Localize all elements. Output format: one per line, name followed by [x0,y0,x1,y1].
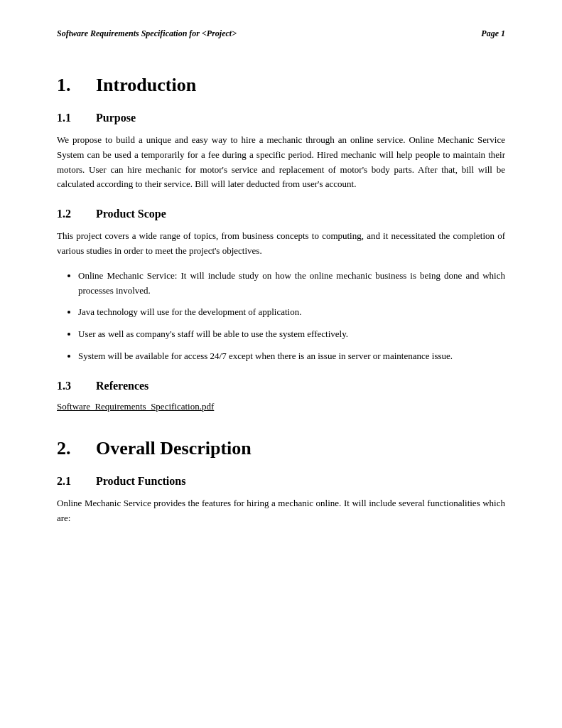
header-page: Page 1 [481,28,505,39]
section-1-1-title: Purpose [96,112,136,124]
section-1-heading: 1. Introduction [57,75,505,96]
purpose-body: We propose to build a unique and easy wa… [57,133,505,192]
section-1-3-heading: 1.3 References [57,380,505,392]
section-2-heading: 2. Overall Description [57,438,505,459]
section-1-2-heading: 1.2 Product Scope [57,208,505,220]
section-1-title: Introduction [96,75,196,96]
header-title: Software Requirements Specification for … [57,28,237,39]
functions-body: Online Mechanic Service provides the fea… [57,496,505,526]
list-item: User as well as company's staff will be … [78,327,505,342]
section-2-number: 2. [57,438,96,459]
scope-bullets: Online Mechanic Service: It will include… [78,269,505,364]
list-item: Online Mechanic Service: It will include… [78,269,505,299]
section-1-2-number: 1.2 [57,208,96,220]
page: Software Requirements Specification for … [0,0,562,728]
section-2-1-number: 2.1 [57,475,96,488]
section-1-1-number: 1.1 [57,112,96,124]
section-1-3-number: 1.3 [57,380,96,392]
section-2-1-title: Product Functions [96,475,185,488]
page-header: Software Requirements Specification for … [57,28,505,39]
section-2-title: Overall Description [96,438,252,459]
section-1-1-heading: 1.1 Purpose [57,112,505,124]
reference-link[interactable]: Software_Requirements_Specification.pdf [57,401,505,412]
section-1-3-title: References [96,380,148,392]
section-1-number: 1. [57,75,96,96]
section-1-2-title: Product Scope [96,208,166,220]
section-2-1-heading: 2.1 Product Functions [57,475,505,488]
scope-intro: This project covers a wide range of topi… [57,229,505,259]
list-item: Java technology will use for the develop… [78,305,505,320]
list-item: System will be available for access 24/7… [78,349,505,364]
